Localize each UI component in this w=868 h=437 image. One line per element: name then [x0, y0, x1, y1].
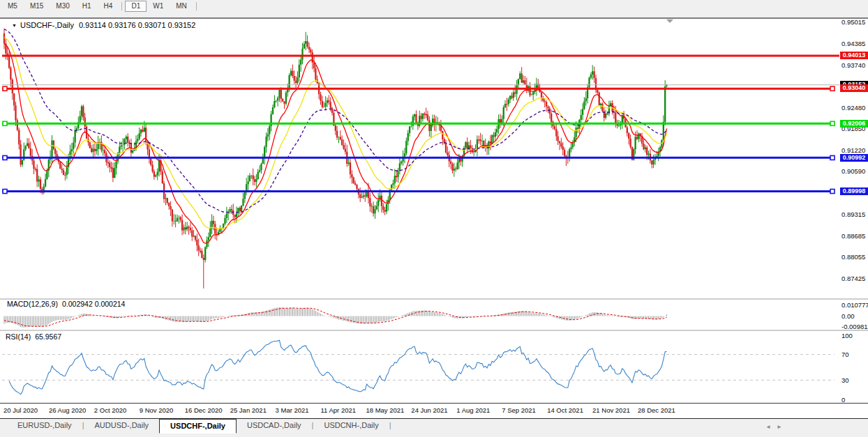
- toolbar-separator: [121, 2, 122, 10]
- tab-separator: |: [389, 419, 391, 429]
- chart-tab-usdchf[interactable]: USDCHF-,Daily: [159, 419, 237, 434]
- timeframe-button-h4[interactable]: H4: [98, 1, 119, 12]
- date-label: 21 Nov 2021: [592, 406, 630, 414]
- rsi-value: 65.9567: [35, 332, 61, 341]
- price-tick-0.91220: 0.91220: [841, 146, 865, 154]
- timeframe-toolbar: M5M15M30H1H4D1W1MN: [0, 0, 868, 13]
- mt4-window: { "ui": {"title_marker": "▼"}, "toolbar"…: [0, 0, 868, 437]
- bear-bodies: [4, 33, 652, 260]
- hline-badge-0.89998: 0.89998: [840, 187, 868, 195]
- chart-tab-bar: EURUSD-,Daily|AUDUSD-,DailyUSDCHF-,Daily…: [0, 418, 868, 437]
- date-label: 3 Mar 2021: [276, 406, 309, 414]
- date-label: 28 Dec 2021: [638, 406, 675, 414]
- macd-histogram: [4, 307, 667, 328]
- date-label: 2 Oct 2020: [94, 406, 126, 414]
- rsi-tick-0: 0: [841, 396, 845, 404]
- tab-scroll-left-icon[interactable]: ◄: [765, 424, 771, 430]
- date-label: 20 Jul 2020: [3, 406, 38, 414]
- macd-name: MACD(12,26,9): [7, 300, 58, 308]
- price-tick-0.88055: 0.88055: [841, 253, 865, 261]
- ma-12-line: [4, 44, 667, 244]
- hline-0.89998[interactable]: [2, 190, 835, 194]
- timeframe-button-m5[interactable]: M5: [1, 1, 24, 12]
- timeframe-button-m15[interactable]: M15: [24, 1, 50, 12]
- timeframe-button-h1[interactable]: H1: [76, 1, 98, 12]
- date-label: 14 Oct 2021: [547, 406, 583, 414]
- date-label: 9 Nov 2020: [140, 406, 174, 414]
- hline-badge-0.90992: 0.90992: [840, 154, 868, 162]
- rsi-tick-70: 70: [841, 351, 849, 358]
- macd-tick-0.00: 0.00: [841, 312, 855, 320]
- date-label: 11 Apr 2021: [321, 406, 357, 414]
- date-label: 26 Aug 2020: [49, 406, 86, 414]
- hline-0.90992[interactable]: [2, 155, 835, 160]
- rsi-line: [9, 340, 666, 394]
- date-label: 16 Dec 2020: [185, 406, 223, 414]
- price-tick-0.90590: 0.90590: [841, 167, 865, 175]
- price-tick-0.89315: 0.89315: [841, 210, 865, 218]
- price-tick-0.95015: 0.95015: [841, 18, 865, 26]
- chart-shift-marker[interactable]: [666, 20, 673, 23]
- chart-tab-audusd[interactable]: AUDUSD-,Daily: [84, 419, 159, 432]
- date-label: 1 Aug 2021: [456, 406, 490, 414]
- chart-tab-eurusd[interactable]: EURUSD-,Daily: [7, 419, 82, 432]
- price-tick-0.94385: 0.94385: [841, 40, 865, 47]
- chart-tab-usdcnh[interactable]: USDCNH-,Daily: [313, 419, 389, 432]
- hline-badge-0.92006: 0.92006: [840, 120, 868, 128]
- hline-0.93040[interactable]: [2, 86, 835, 91]
- macd-tick-0.010777: 0.010777: [841, 301, 868, 309]
- rsi-label: RSI(14)65.9567: [6, 332, 61, 341]
- ohlc-values: 0.93114 0.93176 0.93071 0.93152: [79, 21, 195, 29]
- macd-label: MACD(12,26,9)0.002942 0.000214: [7, 300, 125, 308]
- macd-values: 0.002942 0.000214: [62, 300, 126, 308]
- macd-tick--0.00981: -0.00981: [841, 323, 868, 330]
- date-label: 24 Jun 2021: [411, 406, 447, 414]
- chart-window-top-border: [0, 13, 868, 19]
- price-tick-0.92480: 0.92480: [841, 104, 865, 112]
- chart-tab-usdcad[interactable]: USDCAD-,Daily: [237, 419, 312, 432]
- date-label: 7 Sep 2021: [502, 406, 536, 414]
- price-tick-0.87425: 0.87425: [841, 275, 865, 282]
- rsi-name: RSI(14): [6, 332, 31, 341]
- tab-scroll-right-icon[interactable]: ►: [777, 424, 782, 430]
- timeframe-button-w1[interactable]: W1: [147, 1, 170, 12]
- hline-badge-0.94013: 0.94013: [840, 52, 868, 59]
- chart-title: ▼USDCHF-,Daily0.93114 0.93176 0.93071 0.…: [12, 21, 195, 29]
- date-label: 25 Jan 2021: [230, 406, 267, 414]
- hline-badge-0.93040: 0.93040: [840, 84, 868, 92]
- chart-canvas[interactable]: [0, 19, 868, 418]
- title-expand-icon[interactable]: ▼: [12, 23, 17, 28]
- price-tick-0.88685: 0.88685: [841, 232, 865, 240]
- toolbar-separator: [196, 2, 197, 10]
- price-tick-0.93740: 0.93740: [841, 61, 865, 69]
- symbol-period-label: USDCHF-,Daily: [20, 21, 74, 29]
- rsi-tick-100: 100: [841, 332, 853, 339]
- timeframe-button-d1[interactable]: D1: [125, 1, 147, 12]
- rsi-tick-30: 30: [841, 376, 849, 384]
- timeframe-button-mn[interactable]: MN: [170, 1, 193, 12]
- timeframe-button-m30[interactable]: M30: [50, 1, 75, 12]
- date-label: 18 May 2021: [366, 406, 404, 414]
